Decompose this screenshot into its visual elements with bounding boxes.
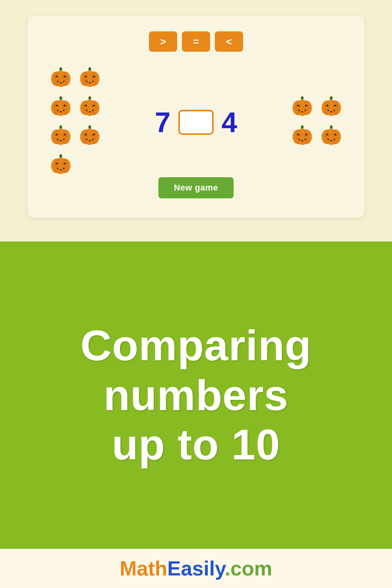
svg-rect-90 — [301, 125, 303, 129]
svg-rect-99 — [303, 139, 305, 141]
svg-rect-60 — [60, 154, 62, 158]
brand-easily: Easily — [167, 557, 225, 580]
svg-rect-68 — [58, 168, 60, 170]
title-line2: numbers — [103, 371, 289, 419]
pumpkin-left-3 — [47, 94, 74, 122]
svg-point-94 — [295, 129, 301, 144]
pumpkin-right-1 — [289, 94, 316, 122]
svg-rect-10 — [89, 67, 91, 71]
svg-rect-58 — [87, 139, 89, 141]
svg-point-75 — [303, 100, 310, 115]
game-card: > = < — [27, 16, 365, 218]
pumpkin-left-2 — [76, 65, 103, 93]
svg-rect-28 — [58, 110, 60, 112]
svg-rect-70 — [301, 96, 303, 100]
svg-point-64 — [53, 158, 60, 173]
svg-rect-30 — [89, 96, 91, 100]
pumpkin-right-4 — [318, 123, 345, 151]
operator-buttons-row: > = < — [149, 31, 243, 52]
green-section: Comparing numbers up to 10 — [0, 241, 392, 549]
left-number: 7 — [155, 106, 171, 138]
svg-point-14 — [82, 71, 89, 86]
svg-rect-88 — [329, 110, 330, 112]
less-than-button[interactable]: < — [215, 31, 243, 52]
svg-rect-109 — [332, 139, 334, 141]
svg-point-104 — [324, 129, 330, 144]
footer-section: MathEasily.com — [0, 549, 392, 588]
svg-point-55 — [91, 129, 97, 144]
pumpkin-left-7 — [47, 152, 74, 180]
svg-point-4 — [53, 71, 60, 86]
svg-point-25 — [62, 100, 68, 115]
svg-rect-9 — [62, 81, 63, 83]
brand-domain: .com — [225, 557, 272, 580]
new-game-button[interactable]: New game — [158, 177, 234, 198]
svg-rect-18 — [87, 81, 89, 83]
game-row: 7 4 — [43, 67, 349, 177]
svg-rect-20 — [60, 96, 62, 100]
svg-point-35 — [91, 100, 97, 115]
svg-point-5 — [62, 71, 68, 86]
svg-rect-38 — [87, 110, 89, 112]
svg-rect-0 — [60, 67, 62, 71]
svg-rect-80 — [330, 96, 332, 100]
svg-point-85 — [332, 100, 339, 115]
svg-rect-100 — [330, 125, 332, 129]
right-pumpkin-grid — [289, 94, 345, 151]
svg-rect-108 — [329, 139, 330, 141]
title-line1: Comparing — [80, 321, 312, 369]
pumpkin-right-3 — [289, 123, 316, 151]
equal-button[interactable]: = — [182, 31, 210, 52]
svg-point-34 — [82, 100, 89, 115]
svg-point-44 — [53, 129, 60, 144]
left-pumpkin-grid — [47, 65, 103, 180]
comparison-area: 7 4 — [155, 106, 237, 138]
pumpkin-left-5 — [47, 123, 74, 151]
top-section: > = < — [0, 0, 392, 241]
greater-than-button[interactable]: > — [149, 31, 177, 52]
svg-rect-89 — [332, 110, 334, 112]
title-line3: up to 10 — [112, 420, 280, 468]
svg-rect-50 — [89, 125, 91, 129]
svg-rect-8 — [58, 81, 60, 83]
svg-rect-98 — [300, 139, 301, 141]
svg-point-15 — [91, 71, 97, 86]
svg-rect-40 — [60, 125, 62, 129]
svg-point-24 — [53, 100, 60, 115]
svg-point-65 — [62, 158, 68, 173]
svg-point-84 — [324, 100, 330, 115]
main-title: Comparing numbers up to 10 — [80, 321, 312, 470]
brand-math: Math — [120, 557, 167, 580]
svg-point-95 — [303, 129, 310, 144]
svg-rect-49 — [62, 139, 63, 141]
svg-point-105 — [332, 129, 339, 144]
pumpkin-right-2 — [318, 94, 345, 122]
answer-box[interactable] — [178, 110, 214, 135]
svg-rect-29 — [62, 110, 63, 112]
svg-rect-69 — [62, 168, 63, 170]
right-number: 4 — [221, 106, 237, 138]
svg-point-45 — [62, 129, 68, 144]
svg-point-74 — [295, 100, 301, 115]
pumpkin-left-6 — [76, 123, 103, 151]
svg-rect-48 — [58, 139, 60, 141]
svg-rect-59 — [91, 139, 92, 141]
svg-rect-78 — [300, 110, 301, 112]
pumpkin-left-1 — [47, 65, 74, 93]
svg-rect-79 — [303, 110, 305, 112]
svg-point-54 — [82, 129, 89, 144]
svg-rect-39 — [91, 110, 92, 112]
pumpkin-left-4 — [76, 94, 103, 122]
svg-rect-19 — [91, 81, 92, 83]
brand: MathEasily.com — [120, 557, 272, 580]
